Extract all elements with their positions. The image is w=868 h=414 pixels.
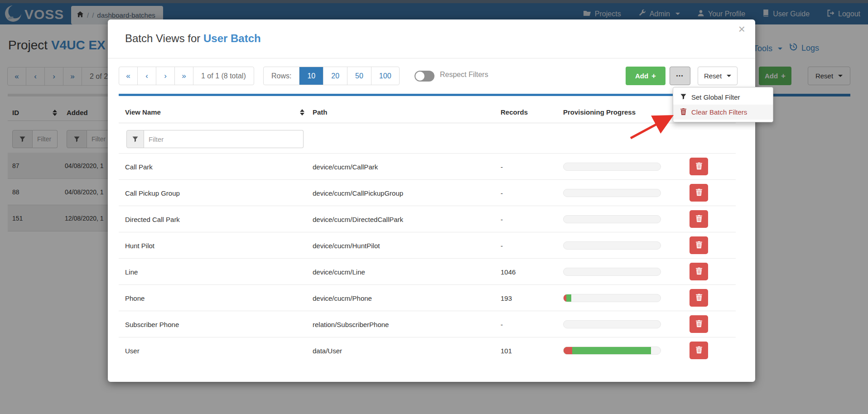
trash-icon <box>696 162 702 171</box>
progress-error-segment <box>564 294 566 302</box>
table-row: Directed Call Park device/cucm/DirectedC… <box>119 206 736 232</box>
modal-reset-button[interactable]: Reset <box>698 67 738 85</box>
provisioning-progress-bar <box>563 241 661 250</box>
rows-option-10[interactable]: 10 <box>299 67 323 85</box>
view-name-cell: Call Park <box>125 163 153 170</box>
view-name-cell: User <box>125 347 140 354</box>
rows-option-100[interactable]: 100 <box>371 67 399 85</box>
trash-icon <box>696 241 702 250</box>
delete-button[interactable] <box>690 342 708 359</box>
records-cell: - <box>501 320 503 328</box>
path-cell: device/cucm/Phone <box>313 294 372 302</box>
path-cell: data/User <box>313 347 342 354</box>
rows-per-page-selector: Rows: 10 20 50 100 <box>263 67 400 85</box>
delete-button[interactable] <box>690 289 708 307</box>
menu-item-label: Clear Batch Filters <box>691 108 747 116</box>
provisioning-progress-bar <box>563 189 661 197</box>
trash-icon <box>696 346 702 355</box>
batch-views-modal: Batch Views for User Batch × « ‹ › » 1 o… <box>108 19 755 382</box>
records-cell: - <box>501 241 503 249</box>
path-cell: relation/SubscriberPhone <box>313 320 389 328</box>
table-row: Hunt Pilot device/cucm/HuntPilot - <box>119 232 736 258</box>
modal-title-prefix: Batch Views for <box>125 32 203 44</box>
sort-icon[interactable] <box>300 109 304 116</box>
provisioning-progress-bar <box>563 268 661 276</box>
path-cell: device/cucm/DirectedCallPark <box>313 215 403 223</box>
provisioning-progress-bar <box>563 215 661 223</box>
view-name-cell: Hunt Pilot <box>125 241 154 249</box>
progress-error-segment <box>564 347 572 354</box>
more-actions-button[interactable]: ••• <box>670 67 690 85</box>
records-cell: - <box>501 215 503 223</box>
modal-header-divider <box>108 58 755 58</box>
records-cell: 193 <box>501 294 512 302</box>
delete-button[interactable] <box>690 210 708 228</box>
provisioning-progress-bar <box>563 320 661 328</box>
modal-title: Batch Views for User Batch <box>125 32 261 45</box>
rows-label: Rows: <box>264 67 299 85</box>
table-top-border-blue <box>119 94 736 96</box>
provisioning-progress-bar <box>563 163 661 171</box>
batch-views-table: Call Park device/cucm/CallPark - Call Pi… <box>119 153 736 363</box>
view-name-cell: Phone <box>125 294 145 302</box>
modal-page-first-button[interactable]: « <box>119 67 138 85</box>
table-row: Phone device/cucm/Phone 193 <box>119 284 736 311</box>
records-cell: - <box>501 163 503 170</box>
path-cell: device/cucm/CallPickupGroup <box>313 189 403 197</box>
records-cell: 1046 <box>501 268 516 275</box>
trash-icon <box>696 320 702 328</box>
path-cell: device/cucm/HuntPilot <box>313 241 380 249</box>
reset-label: Reset <box>704 72 722 80</box>
table-row: Call Park device/cucm/CallPark - <box>119 153 736 179</box>
respect-filters-toggle[interactable] <box>415 71 434 82</box>
modal-page-info: 1 of 1 (8 total) <box>193 67 254 85</box>
view-name-cell: Line <box>125 268 138 275</box>
records-cell: - <box>501 189 503 197</box>
provisioning-progress-bar <box>563 294 661 302</box>
plus-icon: + <box>651 72 656 81</box>
column-header-view-name[interactable]: View Name <box>125 108 161 116</box>
view-name-cell: Directed Call Park <box>125 215 180 223</box>
column-header-records: Records <box>501 108 528 116</box>
path-cell: device/cucm/Line <box>313 268 365 275</box>
modal-page-prev-button[interactable]: ‹ <box>138 67 156 85</box>
trash-icon <box>696 188 702 197</box>
view-name-filter-input[interactable] <box>144 130 304 148</box>
table-row: User data/User 101 <box>119 337 736 363</box>
menu-item-set-global-filter[interactable]: Set Global Filter <box>673 90 773 105</box>
modal-title-batch-name: User Batch <box>203 32 261 44</box>
funnel-icon <box>680 93 686 101</box>
respect-filters-label: Respect Filters <box>440 71 488 79</box>
modal-pagination: « ‹ › » 1 of 1 (8 total) <box>119 67 254 85</box>
rows-option-20[interactable]: 20 <box>323 67 347 85</box>
view-name-cell: Call Pickup Group <box>125 189 180 197</box>
funnel-icon[interactable] <box>126 130 144 148</box>
table-row: Subscriber Phone relation/SubscriberPhon… <box>119 311 736 337</box>
menu-item-clear-batch-filters[interactable]: Clear Batch Filters <box>673 105 773 120</box>
table-row: Line device/cucm/Line 1046 <box>119 258 736 284</box>
path-cell: device/cucm/CallPark <box>313 163 378 170</box>
trash-icon <box>696 267 702 276</box>
menu-item-label: Set Global Filter <box>691 93 740 101</box>
delete-button[interactable] <box>690 158 708 175</box>
rows-option-50[interactable]: 50 <box>347 67 371 85</box>
modal-add-button[interactable]: Add + <box>626 67 665 85</box>
delete-button[interactable] <box>690 236 708 254</box>
chevron-down-icon <box>727 75 731 77</box>
trash-icon <box>696 294 702 302</box>
progress-success-segment <box>564 347 651 354</box>
view-name-filter-group <box>126 130 304 148</box>
records-cell: 101 <box>501 347 512 354</box>
close-icon[interactable]: × <box>738 23 745 35</box>
table-row: Call Pickup Group device/cucm/CallPickup… <box>119 179 736 206</box>
delete-button[interactable] <box>690 184 708 202</box>
annotation-arrow <box>621 110 682 144</box>
more-actions-dropdown: Set Global Filter Clear Batch Filters <box>673 87 773 122</box>
delete-button[interactable] <box>690 263 708 280</box>
column-header-path[interactable]: Path <box>313 108 328 116</box>
modal-page-next-button[interactable]: › <box>156 67 175 85</box>
modal-page-last-button[interactable]: » <box>175 67 193 85</box>
toggle-knob <box>415 72 424 81</box>
delete-button[interactable] <box>690 315 708 333</box>
view-name-cell: Subscriber Phone <box>125 320 179 328</box>
